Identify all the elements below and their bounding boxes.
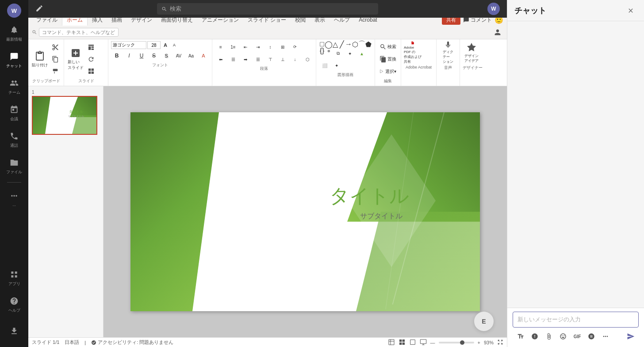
chat-more-button[interactable] bbox=[599, 330, 612, 343]
underline-button[interactable]: U bbox=[136, 50, 147, 61]
slide-title[interactable]: タイトル bbox=[330, 183, 409, 209]
sidebar-item-files[interactable]: ファイル bbox=[2, 154, 27, 179]
paste-button[interactable]: 貼り付け bbox=[31, 48, 49, 71]
shape-outline-button[interactable]: ⬜ bbox=[319, 60, 330, 71]
text-case-button[interactable]: Aa bbox=[185, 50, 197, 61]
editing-section: 検索 置換 ▷ 選択▾ 編集 bbox=[375, 39, 401, 86]
chat-importance-button[interactable] bbox=[529, 330, 541, 343]
shape-5[interactable]: → bbox=[345, 41, 352, 47]
decrease-indent-button[interactable]: ⇤ bbox=[240, 41, 251, 53]
text-direction-button[interactable]: ⟳ bbox=[289, 41, 301, 53]
sidebar-item-activity[interactable]: 最新情報 bbox=[2, 21, 27, 46]
view-normal-button[interactable] bbox=[388, 339, 395, 347]
shape-10[interactable]: ⊕ bbox=[326, 48, 332, 54]
designer-button[interactable]: デザインアイデア bbox=[463, 41, 480, 64]
numbered-list-button[interactable]: 1≡ bbox=[227, 41, 239, 53]
align-center-button[interactable]: ☰ bbox=[227, 53, 239, 65]
bullet-list-button[interactable]: ≡ bbox=[215, 41, 226, 53]
floating-button[interactable]: E bbox=[474, 312, 494, 331]
slide-thumbnail-1[interactable]: タイトル サブタイトル bbox=[32, 96, 97, 135]
shadow-button[interactable]: S bbox=[161, 50, 172, 61]
teams-search-box[interactable]: 検索 bbox=[157, 3, 378, 15]
sidebar-item-apps[interactable]: アプリ bbox=[2, 266, 27, 290]
compose-button[interactable] bbox=[35, 4, 43, 14]
search-button[interactable]: 検索 bbox=[378, 41, 398, 53]
strikethrough-button[interactable]: S bbox=[148, 50, 160, 61]
chat-attach-button[interactable] bbox=[543, 330, 555, 343]
apps-icon bbox=[9, 269, 19, 280]
font-color-button[interactable]: A bbox=[198, 50, 209, 61]
shape-2[interactable]: ◯ bbox=[326, 41, 332, 47]
slide-subtitle[interactable]: サブタイトル bbox=[360, 212, 402, 221]
align-top-button[interactable]: ⊤ bbox=[264, 53, 276, 65]
smartart-button[interactable]: ⬡ bbox=[302, 53, 313, 65]
shape-1[interactable]: □ bbox=[319, 41, 325, 47]
top-avatar-circle: W bbox=[487, 3, 500, 15]
bold-button[interactable]: B bbox=[111, 50, 123, 61]
increase-indent-button[interactable]: ⇥ bbox=[252, 41, 264, 53]
quick-styles-button[interactable]: ✦ bbox=[344, 48, 356, 59]
shape-9[interactable]: {} bbox=[319, 48, 325, 54]
chat-message-input[interactable]: 新しいメッセージの入力 bbox=[513, 312, 639, 328]
align-middle-button[interactable]: ⊥ bbox=[277, 53, 288, 65]
voice-section: ディクテーション 音声 bbox=[437, 39, 460, 86]
layout-button[interactable] bbox=[85, 42, 97, 53]
decrease-font-button[interactable]: A bbox=[170, 41, 178, 49]
shape-6[interactable]: ⬡ bbox=[352, 41, 358, 47]
sidebar-item-calls[interactable]: 通話 bbox=[2, 127, 27, 152]
fit-slide-button[interactable] bbox=[497, 339, 503, 346]
new-slide-button[interactable]: 新しいスライド bbox=[67, 48, 84, 71]
slide-canvas[interactable]: タイトル サブタイトル bbox=[104, 86, 507, 337]
adobe-pdf-button[interactable]: Adobe PDF の作成および共有 bbox=[404, 41, 422, 64]
zoom-slider[interactable] bbox=[439, 342, 474, 343]
align-right-button[interactable]: ➡ bbox=[240, 53, 251, 65]
sidebar-item-download[interactable] bbox=[2, 319, 27, 343]
top-user-avatar[interactable]: W bbox=[487, 3, 500, 15]
chat-send-button[interactable] bbox=[625, 330, 637, 343]
shape-4[interactable]: ╱ bbox=[339, 41, 345, 47]
char-spacing-button[interactable]: AV bbox=[173, 50, 184, 61]
font-name-input[interactable] bbox=[111, 41, 146, 49]
font-size-input[interactable] bbox=[147, 41, 161, 49]
column-button[interactable]: ⊞ bbox=[277, 41, 288, 53]
shape-3[interactable]: △ bbox=[332, 41, 338, 47]
user-avatar[interactable]: W bbox=[7, 4, 21, 18]
select-button[interactable]: ▷ 選択▾ bbox=[378, 66, 398, 77]
copy-button[interactable] bbox=[50, 53, 61, 65]
sidebar-item-more[interactable]: ... bbox=[2, 186, 27, 211]
shape-fill-button[interactable]: ▲ bbox=[356, 48, 368, 59]
sidebar-item-teams[interactable]: チーム bbox=[2, 74, 27, 99]
chat-sticker-button[interactable] bbox=[585, 330, 598, 343]
cut-button[interactable] bbox=[50, 42, 61, 53]
view-grid-button[interactable] bbox=[399, 339, 406, 347]
replace-button[interactable]: 置換 bbox=[378, 53, 398, 65]
justify-button[interactable]: ☰ bbox=[252, 53, 264, 65]
shape-7[interactable]: ⌒ bbox=[359, 41, 365, 47]
user-icon[interactable] bbox=[492, 27, 503, 38]
chat-format-button[interactable] bbox=[514, 330, 527, 343]
adobe-label: Adobe Acrobat bbox=[404, 64, 433, 69]
voice-label: 音声 bbox=[439, 64, 457, 71]
reset-button[interactable] bbox=[85, 53, 97, 65]
view-presenter-button[interactable] bbox=[420, 339, 427, 347]
section-button[interactable] bbox=[85, 65, 97, 77]
chat-gif-button[interactable]: GIF bbox=[571, 330, 583, 343]
align-left-button[interactable]: ⬅ bbox=[215, 53, 226, 65]
italic-button[interactable]: I bbox=[123, 50, 135, 61]
increase-font-button[interactable]: A bbox=[161, 41, 169, 49]
chat-close-button[interactable] bbox=[625, 4, 637, 17]
sidebar-item-meetings[interactable]: 会議 bbox=[2, 101, 27, 126]
sidebar-item-help[interactable]: ヘルプ bbox=[2, 292, 27, 317]
arrange-button[interactable]: ⧉ bbox=[332, 48, 344, 59]
sidebar-item-chat[interactable]: チャット bbox=[2, 48, 27, 72]
align-bottom-button[interactable]: ↓ bbox=[289, 53, 301, 65]
chat-emoji-button[interactable] bbox=[557, 330, 569, 343]
shape-effects-button[interactable]: ✦ bbox=[331, 60, 342, 71]
ribbon-search-input[interactable] bbox=[39, 28, 119, 37]
dictation-button[interactable]: ディクテーション bbox=[439, 41, 457, 64]
line-spacing-button[interactable]: ↕ bbox=[264, 41, 276, 53]
shape-8[interactable]: ⬟ bbox=[365, 41, 372, 47]
format-painter-button[interactable] bbox=[50, 65, 61, 77]
slide-main[interactable]: タイトル サブタイトル bbox=[130, 112, 480, 311]
view-reading-button[interactable] bbox=[409, 339, 416, 347]
